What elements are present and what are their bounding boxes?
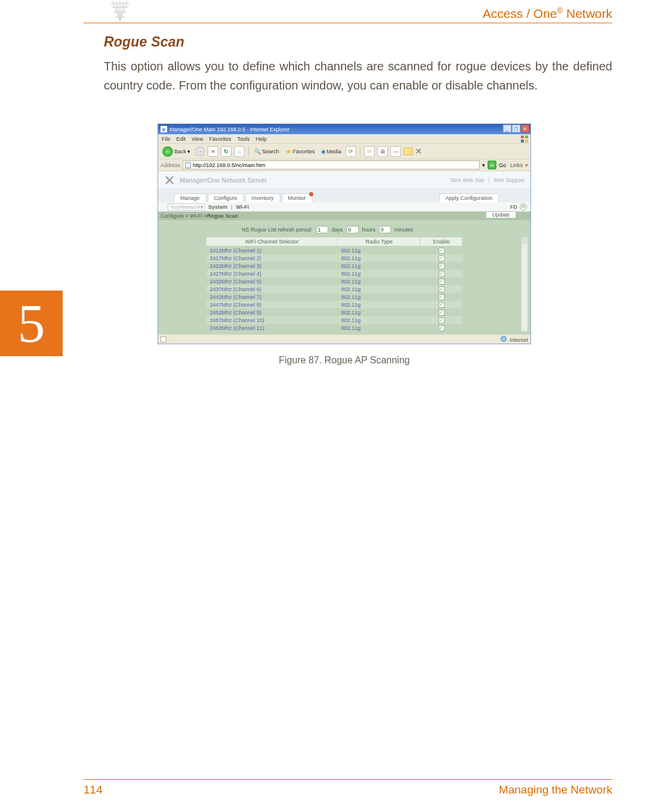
enable-checkbox[interactable]: ✓ bbox=[439, 325, 445, 331]
history-button[interactable]: ⟳ bbox=[345, 146, 356, 157]
menu-help[interactable]: Help bbox=[255, 136, 267, 142]
minutes-input[interactable]: 0 bbox=[379, 226, 391, 233]
brand-reg: ® bbox=[557, 6, 563, 15]
days-input[interactable]: 1 bbox=[316, 226, 328, 233]
footer-title: Managing the Network bbox=[499, 783, 612, 796]
back-button[interactable]: ← Back ▾ bbox=[161, 146, 192, 158]
table-row: 2427Mhz (Channel 4)802.11g✓ bbox=[206, 270, 462, 277]
minutes-label: minutes bbox=[394, 227, 414, 233]
links-label[interactable]: Links bbox=[510, 162, 523, 168]
menu-edit[interactable]: Edit bbox=[177, 136, 186, 142]
hours-input[interactable]: 0 bbox=[347, 226, 359, 233]
subtabs-row: YourNetwork▾ System | Wi-Fi FD ⟳ bbox=[158, 202, 530, 212]
breadcrumb-current: Rogue Scan bbox=[207, 213, 238, 219]
menu-view[interactable]: View bbox=[192, 136, 203, 142]
links-dropdown-icon[interactable]: ▾ bbox=[525, 162, 528, 168]
refresh-label: NS Rogue List refresh period: bbox=[242, 227, 313, 233]
cell-selector: 2462Mhz (Channel 11) bbox=[206, 324, 338, 332]
enable-checkbox[interactable]: ✓ bbox=[439, 263, 445, 269]
strix-tool-icon[interactable]: ✕ bbox=[415, 147, 422, 156]
header-divider bbox=[84, 23, 612, 23]
fd-indicator: FD bbox=[510, 204, 517, 210]
link-strix-site[interactable]: Strix Web Site bbox=[451, 177, 485, 183]
subtab-wifi[interactable]: Wi-Fi bbox=[236, 204, 249, 210]
network-selector[interactable]: YourNetwork▾ bbox=[168, 203, 205, 211]
svg-rect-2 bbox=[521, 140, 524, 143]
address-dropdown-icon[interactable]: ▾ bbox=[482, 162, 485, 168]
section-paragraph: This option allows you to define which c… bbox=[104, 57, 612, 95]
cell-selector: 2432Mhz (Channel 5) bbox=[206, 277, 338, 285]
ie-title-text: Manager/One Main 192.168.0.5 - Internet … bbox=[169, 126, 290, 132]
maximize-button[interactable]: □ bbox=[512, 125, 520, 132]
tab-manage[interactable]: Manage bbox=[174, 193, 206, 202]
figure-caption: Figure 87. Rogue AP Scanning bbox=[158, 355, 531, 366]
cell-radio: 802.11g bbox=[338, 301, 421, 308]
enable-checkbox[interactable]: ✓ bbox=[439, 279, 445, 285]
cell-enable: ✓ bbox=[421, 262, 462, 270]
ie-menubar: File Edit View Favorites Tools Help bbox=[158, 134, 530, 144]
days-label: days bbox=[332, 227, 343, 233]
go-label: Go bbox=[499, 162, 506, 168]
cell-radio: 802.11g bbox=[338, 246, 421, 255]
enable-checkbox[interactable]: ✓ bbox=[439, 294, 445, 300]
refresh-period-row: NS Rogue List refresh period: 1 days 0 h… bbox=[242, 226, 523, 233]
refresh-button[interactable]: ↻ bbox=[221, 146, 232, 157]
tab-configure[interactable]: Configure bbox=[208, 193, 244, 202]
minimize-button[interactable]: _ bbox=[503, 125, 511, 132]
app-header-links: Strix Web Site | Strix Support bbox=[451, 177, 525, 183]
enable-checkbox[interactable]: ✓ bbox=[439, 286, 445, 292]
menu-favorites[interactable]: Favorites bbox=[209, 136, 231, 142]
address-input[interactable]: http://192.168.0.5/nc/main.htm bbox=[183, 160, 480, 169]
tab-monitor[interactable]: Monitor bbox=[282, 193, 313, 202]
menu-tools[interactable]: Tools bbox=[237, 136, 249, 142]
address-url: http://192.168.0.5/nc/main.htm bbox=[193, 162, 266, 168]
antenna-icon bbox=[104, 0, 135, 23]
enable-checkbox[interactable]: ✓ bbox=[439, 317, 445, 323]
enable-checkbox[interactable]: ✓ bbox=[439, 248, 445, 254]
breadcrumb: Configure > Wi-Fi > Rogue Scan Update bbox=[158, 212, 530, 220]
th-enable: Enable bbox=[421, 237, 462, 246]
config-area: NS Rogue List refresh period: 1 days 0 h… bbox=[158, 220, 530, 334]
table-row: 2447Mhz (Channel 8)802.11g✓ bbox=[206, 301, 462, 308]
subtab-system[interactable]: System bbox=[208, 204, 227, 210]
cell-selector: 2437Mhz (Channel 6) bbox=[206, 285, 338, 293]
enable-checkbox[interactable]: ✓ bbox=[439, 255, 445, 261]
ie-statusbar: Internet bbox=[158, 334, 530, 344]
table-row: 2442Mhz (Channel 7)802.11g✓ bbox=[206, 293, 462, 301]
table-row: 2412Mhz (Channel 1)802.11g✓ bbox=[206, 246, 462, 255]
subtab-refresh-icon[interactable]: ⟳ bbox=[520, 203, 527, 211]
enable-checkbox[interactable]: ✓ bbox=[439, 271, 445, 277]
th-radio: Radio Type bbox=[338, 237, 421, 246]
favorites-button[interactable]: ★ Favorites bbox=[283, 147, 317, 156]
edit-button[interactable]: ▭ bbox=[390, 146, 401, 157]
cell-enable: ✓ bbox=[421, 277, 462, 285]
search-button[interactable]: 🔍 Search bbox=[252, 148, 281, 155]
page-number: 114 bbox=[84, 783, 103, 796]
forward-button[interactable]: → bbox=[195, 146, 205, 157]
print-button[interactable]: 🖶 bbox=[377, 146, 388, 157]
media-icon: ◉ bbox=[321, 149, 326, 155]
apply-configuration-button[interactable]: Apply Configuration bbox=[439, 193, 499, 202]
update-button[interactable]: Update bbox=[486, 211, 516, 218]
stop-button[interactable]: × bbox=[208, 146, 218, 157]
media-button[interactable]: ◉ Media bbox=[319, 148, 344, 155]
close-button[interactable]: × bbox=[521, 125, 529, 132]
scrollbar[interactable] bbox=[521, 237, 528, 332]
brand-right: Network bbox=[563, 7, 612, 20]
ie-titlebar[interactable]: e Manager/One Main 192.168.0.5 - Interne… bbox=[158, 124, 530, 134]
home-button[interactable]: ⌂ bbox=[234, 146, 245, 157]
link-strix-support[interactable]: Strix Support bbox=[493, 177, 525, 183]
cell-enable: ✓ bbox=[421, 324, 462, 332]
folder-button[interactable] bbox=[403, 147, 413, 155]
cell-radio: 802.11g bbox=[338, 285, 421, 293]
enable-checkbox[interactable]: ✓ bbox=[439, 310, 445, 316]
cell-selector: 2452Mhz (Channel 9) bbox=[206, 308, 338, 316]
table-row: 2437Mhz (Channel 6)802.11g✓ bbox=[206, 285, 462, 293]
mail-button[interactable]: ✉ bbox=[364, 146, 375, 157]
cell-selector: 2442Mhz (Channel 7) bbox=[206, 293, 338, 301]
tab-inventory[interactable]: Inventory bbox=[245, 193, 280, 202]
menu-file[interactable]: File bbox=[162, 136, 171, 142]
go-button[interactable]: → bbox=[488, 160, 496, 169]
separator bbox=[360, 146, 360, 157]
enable-checkbox[interactable]: ✓ bbox=[439, 302, 445, 308]
